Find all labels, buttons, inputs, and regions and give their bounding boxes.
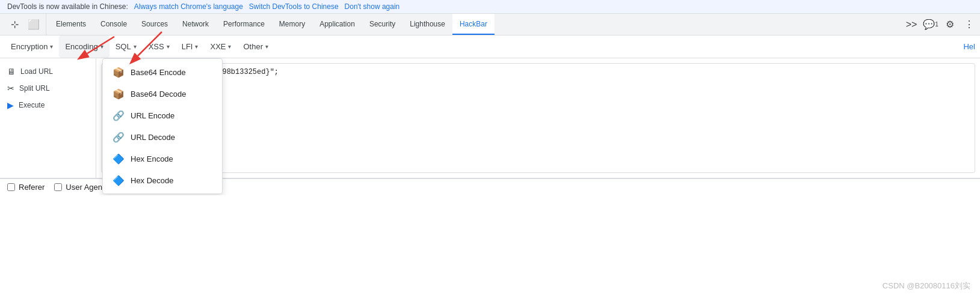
more-tabs-btn[interactable]: >> [903, 16, 920, 33]
other-label: Other [243, 42, 263, 51]
load-url-icon: 🖥 [7, 67, 16, 76]
dont-show-link[interactable]: Don't show again [345, 2, 400, 11]
hackbar-sidebar: 🖥 Load URL ✂ Split URL ▶ Execute [0, 58, 96, 178]
tab-memory[interactable]: Memory [272, 14, 312, 35]
hackbar-url-area: eace{1887e287a49e62b936c40d98b13325ed}"; [96, 58, 980, 178]
referer-checkbox[interactable] [7, 183, 15, 191]
referer-group: Referer [7, 183, 45, 192]
execute-button[interactable]: ▶ Execute [0, 97, 96, 114]
xss-label: XSS [149, 42, 164, 51]
user-agent-checkbox[interactable] [54, 183, 62, 191]
always-match-link[interactable]: Always match Chrome's language [134, 2, 243, 11]
tab-performance[interactable]: Performance [216, 14, 272, 35]
base64-decode-item[interactable]: 📦 Base64 Decode [103, 83, 222, 105]
url-encode-icon: 🔗 [112, 109, 125, 121]
devtools-tab-icons: ⊹ ⬜ [2, 14, 46, 35]
info-bar-text: DevTools is now available in Chinese: [7, 2, 128, 11]
load-url-button[interactable]: 🖥 Load URL [0, 63, 96, 80]
split-url-button[interactable]: ✂ Split URL [0, 80, 96, 97]
chat-icon[interactable]: 💬1 [922, 16, 939, 33]
tab-lighthouse[interactable]: Lighthouse [402, 14, 452, 35]
encoding-label: Encoding [65, 42, 97, 51]
other-menu[interactable]: Other ▾ [237, 35, 274, 58]
encryption-chevron: ▾ [50, 43, 53, 50]
base64-decode-label: Base64 Decode [131, 90, 186, 99]
execute-label: Execute [19, 101, 45, 109]
lfi-label: LFI [182, 42, 193, 51]
hex-decode-label: Hex Decode [131, 176, 174, 185]
url-decode-icon: 🔗 [112, 131, 125, 143]
tab-network[interactable]: Network [175, 14, 216, 35]
encoding-chevron: ▾ [100, 43, 103, 50]
sql-menu[interactable]: SQL ▾ [109, 35, 143, 58]
base64-encode-icon: 📦 [112, 66, 125, 78]
inspect-icon[interactable]: ⊹ [6, 16, 23, 33]
hex-encode-label: Hex Encode [131, 154, 173, 163]
encryption-menu[interactable]: Encryption ▾ [5, 35, 59, 58]
tab-application[interactable]: Application [312, 14, 362, 35]
hex-encode-item[interactable]: 🔷 Hex Encode [103, 148, 222, 169]
split-url-label: Split URL [19, 84, 50, 93]
more-options-icon[interactable]: ⋮ [961, 16, 978, 33]
tab-console[interactable]: Console [93, 14, 134, 35]
url-input-area[interactable]: eace{1887e287a49e62b936c40d98b13325ed}"; [101, 63, 975, 173]
hackbar-toolbar: Encryption ▾ Encoding ▾ SQL ▾ XSS ▾ LFI … [0, 35, 980, 58]
url-encode-item[interactable]: 🔗 URL Encode [103, 105, 222, 126]
sql-chevron: ▾ [134, 43, 137, 50]
tab-sources[interactable]: Sources [134, 14, 175, 35]
hex-decode-item[interactable]: 🔷 Hex Decode [103, 169, 222, 191]
devtools-tabs-right: >> 💬1 ⚙ ⋮ [903, 16, 978, 33]
device-icon[interactable]: ⬜ [25, 16, 42, 33]
switch-devtools-link[interactable]: Switch DevTools to Chinese [249, 2, 339, 11]
load-url-label: Load URL [20, 67, 53, 76]
xss-menu[interactable]: XSS ▾ [143, 35, 176, 58]
lfi-chevron: ▾ [195, 43, 198, 50]
chat-count: 1 [935, 21, 938, 28]
tab-elements[interactable]: Elements [49, 14, 93, 35]
base64-encode-label: Base64 Encode [131, 68, 186, 77]
xxe-chevron: ▾ [228, 43, 231, 50]
other-chevron: ▾ [265, 43, 268, 50]
hex-decode-icon: 🔷 [112, 174, 125, 186]
tab-hackbar[interactable]: HackBar [452, 14, 495, 35]
url-decode-item[interactable]: 🔗 URL Decode [103, 126, 222, 148]
referer-label: Referer [19, 183, 45, 192]
split-url-icon: ✂ [7, 84, 14, 93]
devtools-tabbar: ⊹ ⬜ Elements Console Sources Network Per… [0, 14, 980, 35]
base64-decode-icon: 📦 [112, 88, 125, 100]
base64-encode-item[interactable]: 📦 Base64 Encode [103, 61, 222, 83]
url-encode-label: URL Encode [131, 111, 174, 120]
encoding-menu[interactable]: Encoding ▾ [59, 35, 109, 58]
xxe-menu[interactable]: XXE ▾ [204, 35, 237, 58]
url-decode-label: URL Decode [131, 133, 175, 142]
user-agent-label: User Agent [66, 183, 104, 192]
encoding-dropdown: 📦 Base64 Encode 📦 Base64 Decode 🔗 URL En… [102, 58, 223, 194]
info-bar: DevTools is now available in Chinese: Al… [0, 0, 980, 14]
sql-label: SQL [116, 42, 131, 51]
execute-icon: ▶ [7, 100, 14, 110]
hackbar-help[interactable]: Hel [963, 42, 975, 51]
user-agent-group: User Agent [54, 183, 104, 192]
settings-icon[interactable]: ⚙ [941, 16, 958, 33]
tab-security[interactable]: Security [362, 14, 402, 35]
lfi-menu[interactable]: LFI ▾ [176, 35, 205, 58]
xss-chevron: ▾ [167, 43, 170, 50]
encryption-label: Encryption [11, 42, 48, 51]
hex-encode-icon: 🔷 [112, 153, 125, 165]
xxe-label: XXE [210, 42, 226, 51]
